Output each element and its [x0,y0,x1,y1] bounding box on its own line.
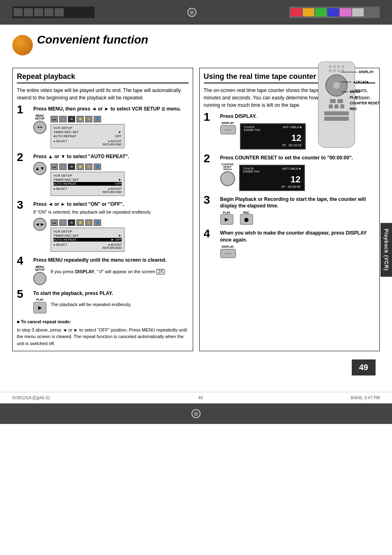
repeat-step3-body: If "ON" is selected, the playback will b… [33,209,189,215]
nav-button-illus-3: ◄► [33,218,46,231]
step1-menu-screen: 📷 🔧 📼 ⭐ 🔒 👤 VCR SETUP [51,114,125,148]
repeat-step-3: 3 Press ◄ or ► to select "ON" or "OFF". … [17,201,189,252]
counter-step2-tv-screen: TV/VCR 8:00AM THU ANT CABLE ■ 12 SP [239,163,305,191]
rec-btn-illus-3: REC ⬤ [240,211,253,225]
repeat-step1-title: Press MENU, then press ◄ or ► to select … [33,106,189,113]
remote-counter-reset-label: COUNTER RESET [350,101,380,105]
repeat-step-5: 5 To start the playback, press PLAY. PLA… [17,290,189,314]
cancel-note: ■ To cancel repeat mode: In step 3 above… [17,318,189,347]
display-btn-illus-1: DISPLAY —— [220,122,236,134]
side-tab: Playback (VCR) [380,223,392,277]
cancel-note-body: In step 3 above, press ◄ or ► to select … [17,327,189,347]
nav-button-illus-2: ▲▼ [33,162,46,175]
play-btn-illus: PLAY ▶ [33,298,46,313]
repeat-step4-body: If you press DISPLAY, "↺" will appear on… [51,269,166,275]
repeat-playback-section: Repeat playback The entire video tape wi… [12,68,193,351]
cancel-note-title: ■ To cancel repeat mode: [17,318,189,325]
counter-step-2: 2 Press COUNTER RESET to set the counter… [204,154,376,191]
title-badge [12,35,33,55]
top-bar-left-blocks [12,7,95,18]
repeat-step5-body: The playback will be repeated endlessly. [51,302,131,308]
step2-menu-screen: 📷 🔧 📼 ⭐ 🔒 👤 VCR SETUP [51,162,125,196]
remote-display-label: DISPLAY [359,70,374,74]
remote-nav-label: ▲/▼/◄/► [353,80,369,84]
counter-step3-title: Begin Playback or Recording to start the… [220,196,376,210]
repeat-step-1: 1 Press MENU, then press ◄ or ► to selec… [17,106,189,148]
repeat-step3-title: Press ◄ or ► to select "ON" or "OFF". [33,201,189,208]
repeat-step2-title: Press ▲ or ▼ to select "AUTO REPEAT". [33,153,189,160]
counter-step-4: 4 When you wish to make the counter disa… [204,230,376,258]
bottom-crosshair: ⊕ [191,409,201,418]
repeat-playback-header: Repeat playback [17,72,189,83]
counter-step4-title: When you wish to make the counter disapp… [220,230,376,244]
crosshair-icon: ⊕ [189,9,194,16]
step3-menu-screen: 📷 🔧 📼 ⭐ 🔒 👤 VCR SETUP [51,218,125,252]
repeat-step4-title: Press MENU repeatedly until the menu scr… [33,257,189,264]
page-number: 49 [352,359,376,375]
remote-illustration: DISPLAY ▲/▼/◄/► MENU PLAY COUNTER RESET [297,62,380,156]
footer-center: 49 [198,396,203,400]
counter-reset-btn-illus: COUNTERRESETANGLE [220,163,235,186]
top-crosshair: ⊕ [95,8,289,17]
title-section: Convenient function [12,33,380,55]
menu-btn-illus-4: MENUSETUP [33,265,46,285]
menu-setup-button-illus: MENUSETUP ◄► [33,114,46,134]
play-btn-illus-3: PLAY ▶ [220,211,233,225]
repeat-step5-title: To start the playback, press PLAY. [33,290,189,297]
counter-step-3: 3 Begin Playback or Recording to start t… [204,196,376,225]
counter-step1-tv-screen: TV/VCR 8:00AM THU ANT CABLE ■ 12 SP [240,122,306,150]
bottom-bar: ⊕ [0,403,392,424]
page-title: Convenient function [37,33,148,47]
remote-play-label: PLAY [350,95,359,99]
page-footer: 5V90101A [E]p46-51 49 8/4/06, 5:47 PM [0,392,392,403]
display-btn-illus-4: DISPLAY —— [220,245,236,258]
menu-title: VCR SETUP [53,126,72,130]
repeat-step-4: 4 Press MENU repeatedly until the menu s… [17,257,189,285]
top-bar: ⊕ [0,0,392,25]
footer-left: 5V90101A [E]p46-51 [12,396,50,400]
remote-rec-label: REC [350,107,357,111]
bottom-crosshair-icon: ⊕ [194,410,198,417]
page-number-container: 49 [12,359,376,375]
footer-right: 8/4/06, 5:47 PM [350,396,380,400]
repeat-playback-intro: The entire video tape will be played unt… [17,87,189,101]
top-bar-right-blocks [289,7,380,18]
page-content: Convenient function [0,25,392,384]
remote-menu-label: MENU [350,90,360,94]
repeat-step-2: 2 Press ▲ or ▼ to select "AUTO REPEAT". … [17,153,189,196]
